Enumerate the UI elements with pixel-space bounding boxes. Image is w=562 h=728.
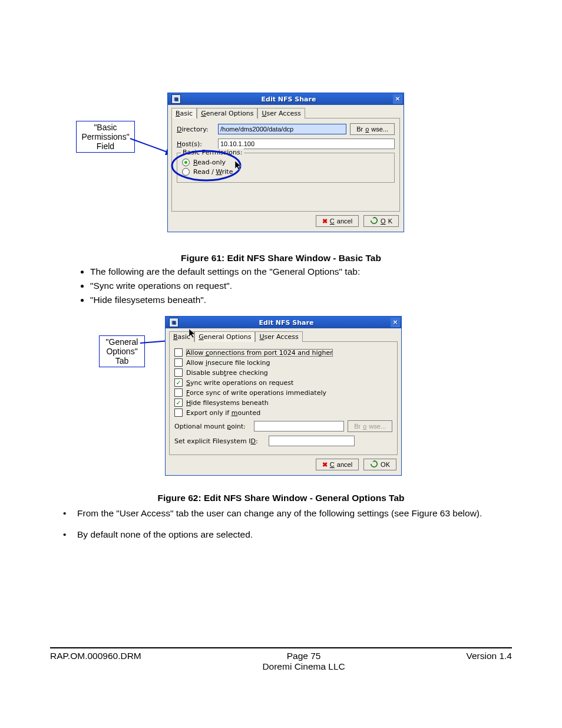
radio-read-only-label: Read-only (193, 159, 226, 166)
footer-version: Version 1.4 (466, 651, 512, 672)
cancel-button[interactable]: ✖ Cancel (316, 215, 359, 227)
tab-user-access[interactable]: User Access (257, 108, 305, 118)
figure-61-caption: Figure 61: Edit NFS Share Window - Basic… (50, 253, 512, 263)
tab-basic[interactable]: Basic (171, 108, 197, 118)
close-icon[interactable]: × (393, 94, 402, 104)
titlebar[interactable]: ▦ Edit NFS Share × (168, 93, 404, 105)
opt-force-sync: Force sync of write operations immediate… (186, 389, 326, 397)
fsid-input[interactable] (269, 436, 355, 446)
basic-permissions-fieldset: Basic Permissions: Read-only Read / Writ… (177, 153, 395, 183)
cancel-icon: ✖ (322, 461, 328, 469)
opt-disable-subtree: Disable subtree checking (186, 369, 268, 377)
chk-force-sync[interactable] (174, 388, 183, 397)
opt-hide-fs: Hide filesystems beneath (186, 399, 269, 407)
window-icon: ▦ (171, 94, 181, 104)
window-title: Edit NFS Share (182, 319, 391, 327)
opt-allow-insecure: Allow insecure file locking (186, 359, 270, 367)
close-icon[interactable]: × (391, 318, 400, 327)
bullet-item: "Hide filesysetems beneath". (90, 295, 512, 305)
cursor-icon (234, 160, 243, 171)
basic-permissions-legend: Basic Permissions: (181, 149, 244, 156)
browse-button: Browse... (348, 420, 392, 432)
radio-read-only[interactable] (182, 159, 190, 166)
ok-icon (370, 460, 378, 469)
chk-allow-insecure[interactable] (174, 358, 183, 367)
figure-62-caption: Figure 62: Edit NFS Share Window - Gener… (50, 493, 512, 503)
bullet-item: The following are the default settings o… (90, 266, 512, 277)
ok-icon (370, 216, 378, 226)
bullets-after-fig62: • From the "User Access" tab the user ca… (63, 508, 512, 540)
opt-allow-conn: Allow connections from port 1024 and hig… (186, 349, 333, 357)
mount-point-label: Optional mount point: (174, 423, 254, 430)
bullet-item: From the "User Access" tab the user can … (77, 508, 512, 519)
tab-general-options[interactable]: General Options (197, 108, 257, 118)
footer-company: Doremi Cinema LLC (262, 661, 345, 671)
mount-point-input[interactable] (254, 421, 344, 431)
chk-disable-subtree[interactable] (174, 368, 183, 377)
ok-button[interactable]: OK (363, 215, 399, 227)
window-title: Edit NFS Share (184, 95, 393, 103)
hosts-input[interactable] (218, 139, 395, 149)
cancel-button[interactable]: ✖ Cancel (316, 459, 359, 470)
hosts-label: Host(s): (177, 140, 218, 148)
directory-label: Directory: (177, 126, 218, 133)
bullets-after-fig61: The following are the default settings o… (80, 263, 512, 309)
ok-button[interactable]: OK (363, 459, 396, 470)
callout-general-options: "General Options" Tab (99, 335, 145, 367)
bullet-item: By default none of the options are selec… (77, 529, 512, 540)
tab-user-access[interactable]: User Access (255, 331, 302, 342)
window-icon: ▦ (169, 318, 178, 327)
titlebar[interactable]: ▦ Edit NFS Share × (166, 317, 401, 328)
edit-nfs-share-window-basic: ▦ Edit NFS Share × Basic General Options… (167, 93, 404, 232)
radio-read-write[interactable] (182, 168, 190, 176)
footer-page: Page 75 (287, 651, 321, 661)
browse-button[interactable]: Browse... (350, 123, 395, 135)
page-footer: RAP.OM.000960.DRM Page 75 Doremi Cinema … (50, 647, 512, 672)
callout-basic-permissions: "Basic Permissions" Field (76, 121, 135, 153)
radio-read-write-label: Read / Write (193, 168, 233, 176)
edit-nfs-share-window-general: ▦ Edit NFS Share × Basic General Options… (165, 316, 402, 476)
cancel-icon: ✖ (322, 218, 328, 225)
tab-general-options[interactable]: General Options (194, 331, 255, 342)
bullet-item: "Sync write operations on request". (90, 281, 512, 291)
opt-export-mounted: Export only if mounted (186, 409, 260, 417)
chk-allow-conn[interactable] (174, 348, 183, 357)
directory-input[interactable] (218, 124, 346, 134)
chk-export-mounted[interactable] (174, 409, 183, 417)
fsid-label: Set explicit Filesystem ID: (174, 437, 269, 445)
opt-sync-write: Sync write operations on request (186, 379, 293, 387)
footer-left: RAP.OM.000960.DRM (50, 651, 141, 672)
chk-sync-write[interactable]: ✓ (174, 378, 183, 387)
chk-hide-fs[interactable]: ✓ (174, 398, 183, 407)
